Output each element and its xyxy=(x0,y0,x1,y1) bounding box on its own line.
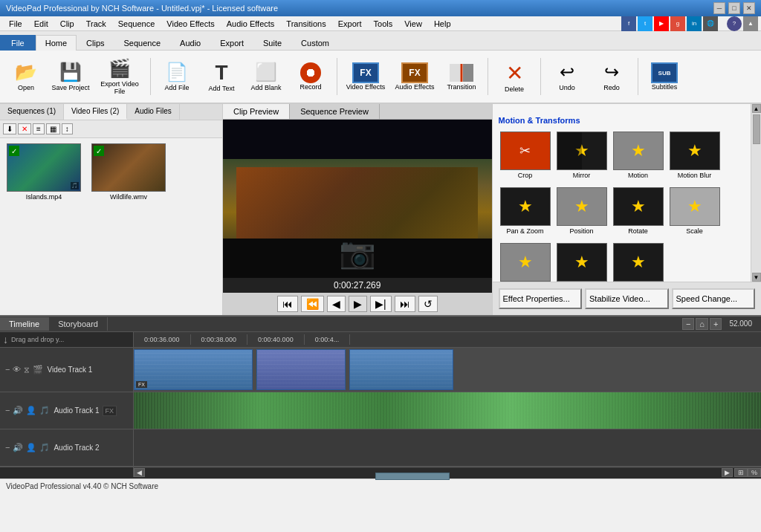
play-first-button[interactable]: ⏮ xyxy=(277,296,298,312)
menu-file[interactable]: File xyxy=(3,18,28,30)
tab-sequences[interactable]: Sequences (1) xyxy=(0,104,64,120)
track-mute-audio-icon[interactable]: − xyxy=(4,405,10,416)
transition-button[interactable]: Transition xyxy=(440,54,483,99)
minimize-button[interactable]: ─ xyxy=(713,2,725,14)
tab-custom[interactable]: Custom xyxy=(291,35,339,51)
menu-export[interactable]: Export xyxy=(332,18,368,30)
effects-scrollbar[interactable]: ▲ ▼ xyxy=(751,104,761,282)
linkedin-icon[interactable]: in xyxy=(687,16,702,31)
menu-edit[interactable]: Edit xyxy=(28,18,54,30)
file-list-view-button[interactable]: ≡ xyxy=(33,123,45,134)
menu-sequence[interactable]: Sequence xyxy=(112,18,161,30)
track-mute-audio2-icon[interactable]: − xyxy=(4,442,10,453)
track-solo-icon[interactable]: 👁 xyxy=(12,364,22,375)
tab-file[interactable]: File xyxy=(0,35,36,51)
tab-export[interactable]: Export xyxy=(210,35,253,51)
help-icon[interactable]: ? xyxy=(727,16,742,31)
subtitles-button[interactable]: SUB Subtitles xyxy=(643,54,686,99)
twitter-icon[interactable]: t xyxy=(638,16,652,31)
effect-split-screen[interactable]: ★ Split Screen xyxy=(555,241,609,282)
track-anim-icon[interactable]: 🎬 xyxy=(32,364,44,375)
tab-storyboard[interactable]: Storyboard xyxy=(49,317,108,331)
scroll-down-button[interactable]: ▼ xyxy=(752,273,761,282)
file-import-button[interactable]: ⬇ xyxy=(3,123,16,134)
menu-help[interactable]: Help xyxy=(428,18,457,30)
menu-view[interactable]: View xyxy=(398,18,428,30)
effect-rotate[interactable]: ★ Rotate xyxy=(612,185,665,238)
tab-clip-preview[interactable]: Clip Preview xyxy=(223,104,290,119)
menu-track[interactable]: Track xyxy=(80,18,112,30)
close-button[interactable]: ✕ xyxy=(743,2,755,14)
export-video-button[interactable]: 🎬 Export Video File xyxy=(94,54,146,99)
tab-audio[interactable]: Audio xyxy=(170,35,210,51)
play-prev-button[interactable]: ⏪ xyxy=(301,296,324,312)
menu-transitions[interactable]: Transitions xyxy=(280,18,331,30)
effect-zoom[interactable]: ★ Zoom xyxy=(612,241,665,282)
delete-button[interactable]: ✕ Delete xyxy=(493,54,536,99)
menu-audio-effects[interactable]: Audio Effects xyxy=(221,18,281,30)
menu-video-effects[interactable]: Video Effects xyxy=(161,18,220,30)
zoom-fit-button[interactable]: ⊞ xyxy=(734,468,748,477)
track-mute-icon[interactable]: − xyxy=(4,364,10,375)
web-icon[interactable]: 🌐 xyxy=(703,16,718,31)
track-solo-audio2-icon[interactable]: 🔊 xyxy=(12,442,24,453)
menu-tools[interactable]: Tools xyxy=(368,18,399,30)
loop-button[interactable]: ↺ xyxy=(418,296,438,312)
zoom-percent-button[interactable]: % xyxy=(748,468,761,477)
tab-sequence[interactable]: Sequence xyxy=(114,35,171,51)
speed-change-button[interactable]: Speed Change... xyxy=(672,288,756,309)
audio-effects-button[interactable]: FX Audio Effects xyxy=(391,54,438,99)
track-headphones2-icon[interactable]: 🎵 xyxy=(39,442,51,453)
track-content-video-1[interactable]: FX xyxy=(134,348,761,392)
scroll-left-button[interactable]: ◀ xyxy=(134,468,145,477)
timeline-home[interactable]: ⌂ xyxy=(696,318,708,330)
tab-sequence-preview[interactable]: Sequence Preview xyxy=(290,104,380,119)
track-content-audio-1[interactable] xyxy=(134,392,761,429)
effect-shake[interactable]: ★ Shake xyxy=(499,241,552,282)
file-item-wildlife[interactable]: ✓ Wildlife.wmv xyxy=(88,141,169,312)
effect-motion-blur[interactable]: ★ Motion Blur xyxy=(668,129,722,182)
timeline-zoom-in[interactable]: + xyxy=(710,318,722,330)
undo-button[interactable]: ↩ Undo xyxy=(545,54,589,99)
tab-suite[interactable]: Suite xyxy=(253,35,291,51)
play-last-button[interactable]: ⏭ xyxy=(395,296,415,312)
scroll-thumb[interactable] xyxy=(753,114,760,144)
redo-button[interactable]: ↪ Redo xyxy=(590,54,633,99)
video-effects-button[interactable]: FX Video Effects xyxy=(342,54,389,99)
youtube-icon[interactable]: ▶ xyxy=(654,16,669,31)
effect-scale[interactable]: ★ Scale xyxy=(668,185,722,238)
track-clip-2[interactable] xyxy=(256,349,346,390)
save-project-button[interactable]: 💾 Save Project xyxy=(49,54,92,99)
file-sort-button[interactable]: ↕ xyxy=(62,123,73,134)
effect-properties-button[interactable]: Effect Properties... xyxy=(499,288,583,309)
add-blank-button[interactable]: ⬜ Add Blank xyxy=(245,54,288,99)
play-button[interactable]: ▶ xyxy=(349,296,367,312)
tab-audio-files[interactable]: Audio Files xyxy=(127,104,179,120)
tab-timeline[interactable]: Timeline xyxy=(0,317,49,331)
track-clip-3[interactable] xyxy=(349,349,453,390)
scrollbar-thumb-timeline[interactable] xyxy=(375,473,450,480)
file-delete-button[interactable]: ✕ xyxy=(18,123,31,134)
maximize-button[interactable]: □ xyxy=(728,2,740,14)
expand-icon[interactable]: ▲ xyxy=(743,16,758,31)
play-next-button[interactable]: ▶| xyxy=(370,296,392,312)
open-button[interactable]: 📂 Open xyxy=(4,54,48,99)
track-person2-icon[interactable]: 👤 xyxy=(25,442,37,453)
track-clip-1[interactable]: FX xyxy=(134,349,253,390)
file-item-islands[interactable]: ✓ 🎵 Islands.mp4 xyxy=(3,141,85,312)
track-person-icon[interactable]: 👤 xyxy=(25,405,37,416)
add-file-button[interactable]: 📄 Add File xyxy=(155,54,198,99)
track-solo-audio-icon[interactable]: 🔊 xyxy=(12,405,24,416)
scroll-up-button[interactable]: ▲ xyxy=(752,104,761,113)
effect-pan-zoom[interactable]: ★ Pan & Zoom xyxy=(499,185,552,238)
add-text-button[interactable]: T Add Text xyxy=(200,54,243,99)
track-content-audio-2[interactable] xyxy=(134,429,761,466)
track-headphones-icon[interactable]: 🎵 xyxy=(39,405,51,416)
tab-home[interactable]: Home xyxy=(36,35,77,51)
menu-clip[interactable]: Clip xyxy=(54,18,80,30)
effect-position[interactable]: ★ Position xyxy=(555,185,609,238)
track-lock-icon[interactable]: ⧖ xyxy=(23,364,30,375)
record-button[interactable]: ⏺ Record xyxy=(289,54,332,99)
facebook-icon[interactable]: f xyxy=(621,16,636,31)
timeline-zoom-out[interactable]: − xyxy=(682,318,694,330)
